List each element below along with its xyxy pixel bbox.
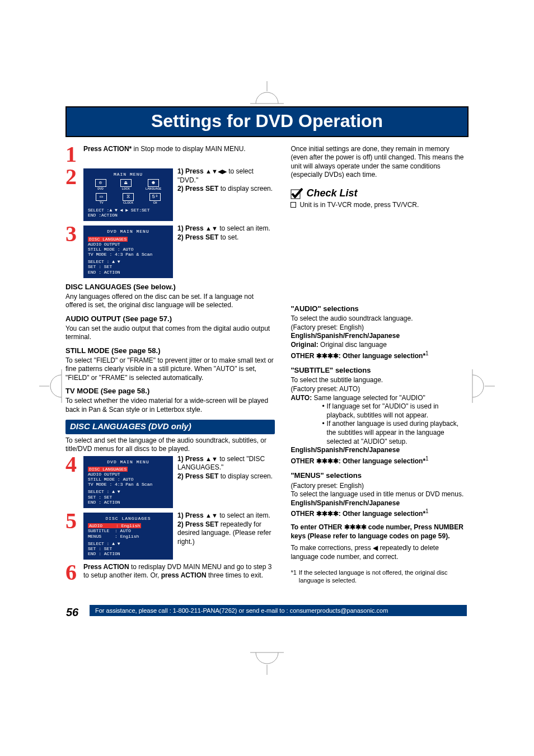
osd-icon-clock: CLOCK [123, 201, 133, 205]
step-number: 1 [65, 145, 80, 164]
step6-bold-a: Press ACTION [83, 563, 129, 571]
osd-title: DVD MAIN MENU [88, 459, 168, 464]
registration-mark-top [250, 81, 284, 105]
audio-p1: To select the audio soundtrack language. [291, 314, 468, 323]
arrows-icon: ▲▼ [205, 512, 218, 519]
step2-i1-bold: Press [185, 167, 205, 175]
arrows-icon: ▲▼ [205, 225, 218, 232]
step1-text: in Stop mode to display MAIN MENU. [132, 145, 245, 153]
osd-row-menus: MENUS [88, 534, 101, 539]
stars-icon [316, 352, 339, 360]
osd-row-tv: TV MODE [88, 482, 107, 487]
osd-footer-c: END : ACTION [88, 270, 168, 275]
page-title: Settings for DVD Operation [65, 106, 469, 137]
checkbox-icon [291, 202, 296, 208]
check-item: Unit is in TV-VCR mode, press TV/VCR. [291, 201, 468, 209]
step-number: 4 [65, 455, 80, 509]
osd-footer-b: END :ACTION [88, 213, 168, 218]
step4-i2-bold: Press SET [185, 472, 218, 480]
subtitle-bullet-2: If another language is used during playb… [327, 420, 469, 446]
audio-languages: English/Spanish/French/Japanese [291, 332, 400, 340]
disc-languages-intro: To select and set the language of the au… [65, 436, 275, 454]
subtitle-other: OTHER [291, 457, 316, 465]
osd-footer-a: SELECT : ▲ ▼ [88, 489, 168, 494]
osd-dvd-main-menu: DVD MAIN MENU DISC LANGUAGES AUDIO OUTPU… [83, 456, 173, 509]
registration-mark-left [39, 369, 63, 403]
stars-icon [316, 457, 339, 465]
step-4: 4 DVD MAIN MENU DISC LANGUAGES AUDIO OUT… [65, 455, 275, 509]
osd-row-audio: AUDIO [89, 523, 102, 528]
tv-mode-body: To select whether the video material for… [65, 397, 275, 414]
subtitle-selections-heading: "SUBTITLE" selections [291, 366, 468, 375]
osd-footer-a: SELECT :▲ ▼ ◀ ▶ SET:SET [88, 208, 168, 213]
step3-i2-text: to set. [218, 233, 238, 241]
osd-row-disc: DISC LANGUAGES [88, 237, 128, 242]
footnote: *1 If the selected language is not offer… [291, 569, 468, 585]
arrows-icon: ▲▼◀▶ [205, 168, 227, 175]
tv-mode-heading: TV MODE (See page 58.) [65, 387, 275, 396]
audio-p2: (Factory preset: English) [291, 323, 468, 332]
still-mode-body: To select "FIELD" or "FRAME" to prevent … [65, 356, 275, 382]
osd-row-still: STILL MODE [88, 477, 115, 482]
osd-icon-tv: TV [99, 201, 103, 205]
step1-bold: Press ACTION* [83, 145, 132, 153]
osd-row-audio: AUDIO OUTPUT [88, 472, 120, 477]
osd-row-audio: AUDIO OUTPUT [88, 242, 120, 247]
footer-bar: For assistance, please call : 1-800-211-… [90, 605, 467, 616]
step-number: 5 [65, 511, 80, 560]
disc-languages-body: Any languages offered on the disc can be… [65, 293, 275, 310]
step-1: 1 Press ACTION* in Stop mode to display … [65, 145, 275, 164]
osd-main-menu: MAIN MENU ⊙DVD ⏏LOCK ☻LANGUAGE ▭TV ⧖CLOC… [83, 168, 173, 221]
page-number: 56 [66, 606, 78, 619]
left-arrow-icon: ◀ [373, 544, 378, 552]
osd-footer-c: END : ACTION [88, 500, 168, 505]
osd-icon-ch: CH [153, 201, 157, 205]
step5-i1-bold: Press [185, 511, 205, 519]
step-6: 6 Press ACTION to redisplay DVD MAIN MEN… [65, 563, 275, 582]
corrections-note: To make corrections, press ◀ repeatedly … [291, 544, 468, 561]
intro-paragraph: Once initial settings are done, they rem… [291, 145, 468, 179]
right-column: Once initial settings are done, they rem… [291, 145, 468, 585]
menu-languages: English/Spanish/French/Japanese [291, 499, 400, 507]
sub-p1: To select the subtitle language. [291, 376, 468, 385]
check-list-heading: Check List [291, 187, 468, 200]
check-item-text: Unit is in TV-VCR mode, press TV/VCR. [299, 201, 419, 209]
osd-footer-b: SET : SET [88, 264, 168, 269]
enter-other-note: To enter OTHER code number, Press NUMBER… [291, 523, 468, 541]
check-list-label: Check List [306, 187, 357, 200]
left-column: 1 Press ACTION* in Stop mode to display … [65, 145, 275, 585]
audio-original: Original: [291, 341, 318, 349]
menus-selections-heading: "MENUS" selections [291, 471, 468, 480]
osd-footer-a: SELECT : ▲ ▼ [88, 259, 168, 264]
disc-languages-heading: DISC LANGUAGES (See below.) [65, 283, 275, 292]
subtitle-auto: AUTO: [291, 394, 312, 402]
osd-dvd-main-menu: DVD MAIN MENU DISC LANGUAGES AUDIO OUTPU… [83, 226, 173, 278]
subtitle-bullet-1: If language set for "AUDIO" is used in p… [327, 402, 469, 420]
subtitle-languages: English/Spanish/French/Japanese [291, 446, 400, 454]
osd-title: DVD MAIN MENU [88, 229, 168, 234]
stars-icon [344, 523, 367, 531]
step3-i1-text: to select an item. [218, 224, 270, 232]
step3-i2-bold: Press SET [185, 233, 218, 241]
step6-bold-b: press ACTION [161, 571, 207, 579]
osd-icon-lock: LOCK [121, 187, 129, 191]
arrows-icon: ▲▼ [205, 456, 218, 462]
menu-p2: To select the language used in title men… [291, 490, 468, 499]
osd-footer-a: SELECT : ▲ ▼ [88, 541, 168, 546]
osd-row-subtitle: SUBTITLE [88, 528, 109, 533]
audio-other: OTHER [291, 352, 316, 360]
osd-title: DISC LANGUAGES [88, 516, 168, 521]
menu-p1: (Factory preset: English) [291, 482, 468, 491]
osd-icon-dvd: DVD [97, 187, 104, 191]
osd-title: MAIN MENU [88, 172, 168, 177]
osd-row-disc: DISC LANGUAGES [88, 467, 128, 472]
step-2: 2 MAIN MENU ⊙DVD ⏏LOCK ☻LANGUAGE ▭TV [65, 167, 275, 221]
step-number: 2 [65, 167, 80, 221]
osd-row-still: STILL MODE [88, 247, 115, 252]
checkmark-icon [291, 188, 303, 199]
audio-selections-heading: "AUDIO" selections [291, 304, 468, 313]
disc-languages-banner: DISC LANGUAGES (DVD only) [65, 420, 275, 434]
registration-mark-bottom [250, 651, 284, 675]
step-5: 5 DISC LANGUAGES AUDIO : English SUBTITL… [65, 511, 275, 560]
still-mode-heading: STILL MODE (See page 58.) [65, 346, 275, 355]
